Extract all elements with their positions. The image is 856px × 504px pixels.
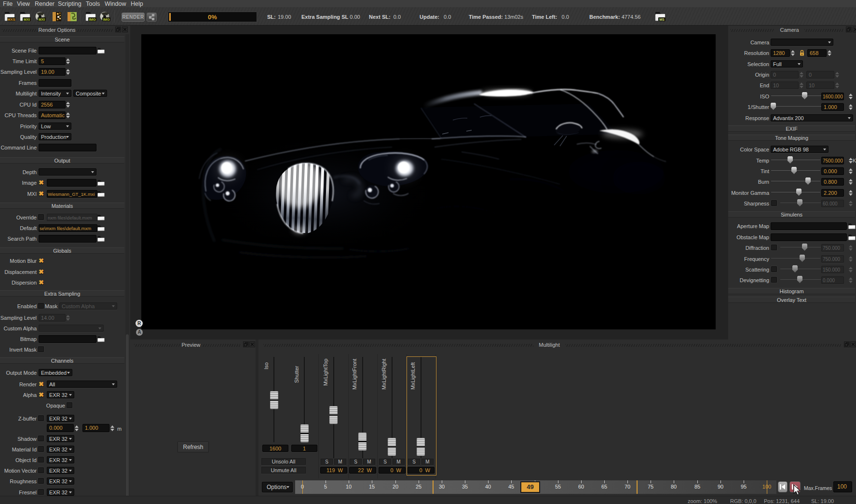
svg-text:MXI: MXI bbox=[39, 17, 45, 22]
svg-text:MXI: MXI bbox=[24, 17, 30, 22]
svg-text:MS: MS bbox=[659, 18, 665, 21]
svg-text:IMG: IMG bbox=[103, 17, 109, 22]
svg-text:IMG: IMG bbox=[89, 17, 95, 22]
svg-text:MXS: MXS bbox=[7, 17, 15, 22]
